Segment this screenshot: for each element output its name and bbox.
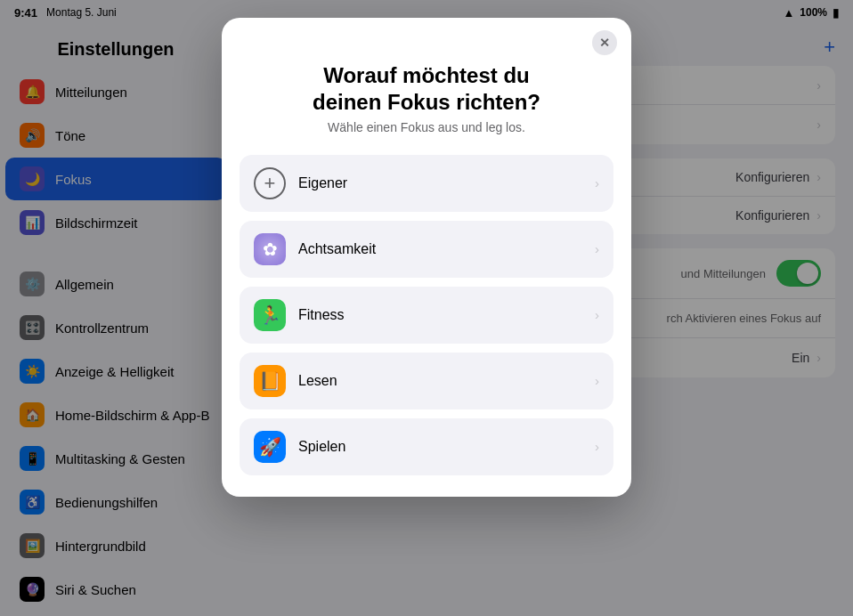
- modal-close-row: ✕: [222, 18, 631, 55]
- modal-option-label-lesen: Lesen: [298, 373, 582, 389]
- modal-option-label-achtsamkeit: Achtsamkeit: [298, 241, 582, 257]
- modal-option-fitness[interactable]: 🏃Fitness›: [240, 287, 613, 344]
- modal-subtitle: Wähle einen Fokus aus und leg los.: [222, 119, 631, 155]
- modal-option-eigener[interactable]: +Eigener›: [240, 155, 613, 212]
- modal-option-lesen[interactable]: 📙Lesen›: [240, 353, 613, 409]
- modal-option-achtsamkeit[interactable]: ✿Achtsamkeit›: [240, 221, 613, 278]
- modal-option-chevron-achtsamkeit: ›: [595, 241, 599, 256]
- modal-option-chevron-fitness: ›: [595, 307, 599, 322]
- modal-option-chevron-spielen: ›: [595, 439, 599, 454]
- focus-modal: ✕ Worauf möchtest dudeinen Fokus richten…: [222, 18, 631, 497]
- modal-option-spielen[interactable]: 🚀Spielen›: [240, 418, 613, 475]
- modal-title: Worauf möchtest dudeinen Fokus richten?: [222, 55, 631, 119]
- modal-close-button[interactable]: ✕: [592, 30, 617, 55]
- modal-option-icon-spielen: 🚀: [254, 431, 286, 463]
- modal-overlay: ✕ Worauf möchtest dudeinen Fokus richten…: [0, 0, 853, 616]
- modal-option-label-fitness: Fitness: [298, 307, 582, 323]
- modal-option-chevron-eigener: ›: [595, 175, 599, 190]
- modal-options-list: +Eigener›✿Achtsamkeit›🏃Fitness›📙Lesen›🚀S…: [222, 155, 631, 475]
- modal-option-icon-eigener: +: [254, 167, 286, 199]
- modal-option-icon-achtsamkeit: ✿: [254, 233, 286, 265]
- modal-option-label-eigener: Eigener: [298, 175, 582, 191]
- modal-option-icon-fitness: 🏃: [254, 299, 286, 331]
- modal-option-chevron-lesen: ›: [595, 373, 599, 388]
- modal-option-label-spielen: Spielen: [298, 439, 582, 455]
- modal-option-icon-lesen: 📙: [254, 365, 286, 397]
